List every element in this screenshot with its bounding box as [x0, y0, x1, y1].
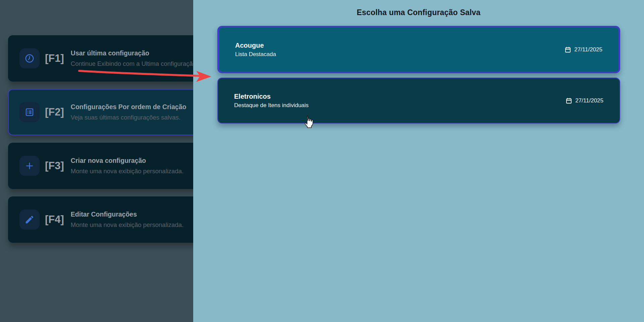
config-list: Acougue Lista Destacada 27/11/2025 Eletr…: [217, 26, 620, 124]
sidebar-menu: [F1] Usar última configuração Continue E…: [8, 35, 200, 243]
sidebar: [F1] Usar última configuração Continue E…: [0, 0, 193, 322]
shortcut-key-label: [F4]: [45, 214, 64, 226]
sidebar-item-title: Configurações Por ordem de Criação: [71, 103, 186, 111]
config-description: Lista Destacada: [235, 51, 276, 58]
sidebar-item-f2[interactable]: [F2] Configurações Por ordem de Criação …: [8, 89, 200, 135]
config-card-eletronicos[interactable]: Eletronicos Destaque de Itens individuai…: [217, 78, 620, 124]
calendar-icon: [566, 97, 572, 104]
sidebar-item-title: Editar Configurações: [71, 211, 183, 218]
main-panel: Escolha uma Configuração Salva Acougue L…: [193, 0, 644, 322]
app-window: [F1] Usar última configuração Continue E…: [0, 0, 644, 322]
sidebar-item-subtitle: Continue Exibindo com a Ultima configura…: [71, 60, 196, 67]
config-date-text: 27/11/2025: [575, 97, 603, 104]
shortcut-key-label: [F1]: [45, 52, 64, 64]
sidebar-item-title: Usar última configuração: [71, 49, 196, 57]
config-description: Destaque de Itens individuais: [234, 102, 309, 109]
sidebar-item-f4[interactable]: [F4] Editar Configurações Monte uma nova…: [8, 196, 200, 243]
shortcut-key-label: [F3]: [45, 160, 64, 172]
pencil-icon: [19, 210, 40, 230]
plus-icon: [19, 156, 40, 176]
sidebar-item-subtitle: Veja suas últimas configurações salvas.: [71, 114, 186, 121]
list-icon: [19, 102, 40, 122]
config-date: 27/11/2025: [566, 97, 603, 104]
config-name: Acougue: [235, 42, 276, 49]
page-title: Escolha uma Configuração Salva: [193, 8, 644, 17]
sidebar-item-subtitle: Monte uma nova exibição personalizada.: [71, 168, 183, 175]
sidebar-item-f1[interactable]: [F1] Usar última configuração Continue E…: [8, 35, 200, 82]
sidebar-item-f3[interactable]: [F3] Criar nova configuração Monte uma n…: [8, 143, 200, 189]
config-date: 27/11/2025: [565, 46, 602, 53]
calendar-icon: [565, 46, 571, 53]
config-card-acougue[interactable]: Acougue Lista Destacada 27/11/2025: [217, 26, 620, 73]
config-date-text: 27/11/2025: [574, 46, 602, 53]
sidebar-item-subtitle: Monte uma nova exibição personalizada.: [71, 221, 183, 229]
clock-icon: [19, 48, 40, 68]
config-name: Eletronicos: [234, 93, 309, 100]
shortcut-key-label: [F2]: [45, 106, 64, 118]
sidebar-item-title: Criar nova configuração: [71, 157, 183, 165]
